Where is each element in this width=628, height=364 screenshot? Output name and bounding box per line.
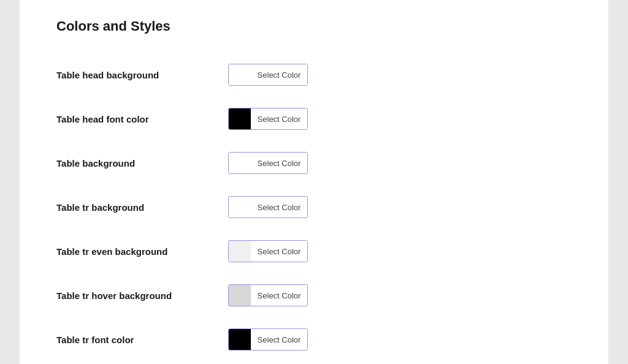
setting-row-table-background: Table backgroundSelect Color bbox=[56, 141, 584, 185]
label-table-background: Table background bbox=[56, 158, 228, 169]
select-color-text-table-tr-background: Select Color bbox=[251, 197, 307, 218]
color-picker-button-table-tr-hover-background[interactable]: Select Color bbox=[228, 284, 308, 306]
color-picker-button-table-tr-even-background[interactable]: Select Color bbox=[228, 240, 308, 262]
setting-row-button-background: Button backgroundSelect Color bbox=[56, 362, 584, 364]
color-swatch-table-tr-background bbox=[229, 197, 251, 218]
select-color-text-table-tr-font-color: Select Color bbox=[251, 329, 307, 350]
color-picker-button-table-tr-font-color[interactable]: Select Color bbox=[228, 328, 308, 351]
setting-row-table-tr-background: Table tr backgroundSelect Color bbox=[56, 185, 584, 229]
select-color-text-table-tr-even-background: Select Color bbox=[251, 241, 307, 262]
color-swatch-table-head-font-color bbox=[229, 108, 251, 129]
label-table-head-background: Table head background bbox=[56, 70, 228, 80]
color-picker-button-table-head-background[interactable]: Select Color bbox=[228, 64, 308, 86]
main-content: Colors and Styles Table head backgroundS… bbox=[20, 0, 608, 364]
color-swatch-table-background bbox=[229, 153, 251, 173]
page-title: Colors and Styles bbox=[56, 18, 584, 34]
color-swatch-table-tr-font-color bbox=[229, 329, 251, 350]
color-picker-button-table-head-font-color[interactable]: Select Color bbox=[228, 108, 308, 130]
select-color-text-table-head-font-color: Select Color bbox=[251, 108, 307, 129]
select-color-text-table-background: Select Color bbox=[251, 153, 307, 173]
setting-row-table-tr-hover-background: Table tr hover backgroundSelect Color bbox=[56, 273, 584, 317]
label-table-tr-font-color: Table tr font color bbox=[56, 335, 228, 345]
label-table-head-font-color: Table head font color bbox=[56, 114, 228, 124]
color-picker-button-table-background[interactable]: Select Color bbox=[228, 152, 308, 174]
color-swatch-table-tr-even-background bbox=[229, 241, 251, 262]
color-picker-button-table-tr-background[interactable]: Select Color bbox=[228, 196, 308, 218]
setting-row-table-head-font-color: Table head font colorSelect Color bbox=[56, 97, 584, 141]
color-swatch-table-tr-hover-background bbox=[229, 285, 251, 306]
setting-row-table-head-background: Table head backgroundSelect Color bbox=[56, 53, 584, 97]
label-table-tr-hover-background: Table tr hover background bbox=[56, 290, 228, 301]
settings-list: Table head backgroundSelect ColorTable h… bbox=[56, 53, 584, 364]
color-swatch-table-head-background bbox=[229, 64, 251, 85]
setting-row-table-tr-font-color: Table tr font colorSelect Color bbox=[56, 317, 584, 362]
label-table-tr-even-background: Table tr even background bbox=[56, 246, 228, 257]
label-table-tr-background: Table tr background bbox=[56, 202, 228, 213]
select-color-text-table-tr-hover-background: Select Color bbox=[251, 285, 307, 306]
setting-row-table-tr-even-background: Table tr even backgroundSelect Color bbox=[56, 229, 584, 273]
select-color-text-table-head-background: Select Color bbox=[251, 64, 307, 85]
